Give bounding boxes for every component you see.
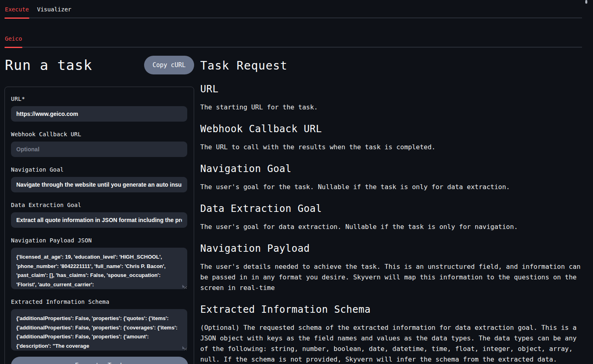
page-scrollbar-thumb[interactable]	[585, 0, 587, 4]
extracted-schema-label: Extracted Information Schema	[11, 298, 188, 305]
main-tab-bar: Execute Visualizer	[4, 0, 582, 18]
navigation-payload-label: Navigation Payload JSON	[11, 237, 188, 244]
task-form-column: Run a task Copy cURL URL* Webhook Callba…	[4, 55, 194, 364]
navigation-goal-label: Navigation Goal	[11, 166, 188, 173]
main-content: Run a task Copy cURL URL* Webhook Callba…	[4, 55, 593, 364]
data-extraction-goal-field-group: Data Extraction Goal	[11, 201, 188, 228]
copy-curl-button[interactable]: Copy cURL	[144, 56, 194, 74]
navigation-goal-field-group: Navigation Goal	[11, 166, 188, 192]
doc-heading: Webhook Callback URL	[200, 123, 581, 135]
doc-body: The user's details needed to achieve the…	[200, 262, 581, 293]
task-request-docs: Task Request URL The starting URL for th…	[200, 55, 581, 364]
doc-heading: URL	[200, 83, 581, 95]
webhook-field-group: Webhook Callback URL	[11, 131, 188, 157]
execute-task-button[interactable]: Execute Task	[11, 357, 188, 364]
webhook-input[interactable]	[11, 142, 187, 157]
doc-heading: Extracted Information Schema	[200, 304, 581, 316]
tab-geico[interactable]: Geico	[4, 35, 22, 47]
doc-section-webhook: Webhook Callback URL The URL to call wit…	[200, 123, 581, 153]
tab-visualizer[interactable]: Visualizer	[37, 6, 72, 17]
docs-title: Task Request	[200, 59, 581, 73]
doc-body: The starting URL for the task.	[200, 102, 581, 113]
task-form-panel: URL* Webhook Callback URL Navigation Goa…	[4, 87, 194, 364]
webhook-label: Webhook Callback URL	[11, 131, 188, 138]
navigation-payload-textarea[interactable]: {'licensed_at_age': 19, 'education_level…	[11, 248, 187, 289]
data-extraction-goal-input[interactable]	[11, 212, 187, 228]
navigation-payload-field-group: Navigation Payload JSON {'licensed_at_ag…	[11, 237, 188, 289]
tab-execute[interactable]: Execute	[4, 6, 29, 17]
form-header: Run a task Copy cURL	[4, 55, 194, 74]
doc-heading: Navigation Payload	[200, 243, 581, 255]
doc-section-navigation-payload: Navigation Payload The user's details ne…	[200, 243, 581, 293]
data-extraction-goal-label: Data Extraction Goal	[11, 201, 188, 209]
app-page: Execute Visualizer Geico Run a task Copy…	[0, 0, 593, 364]
doc-heading: Navigation Goal	[200, 163, 581, 175]
doc-body: The user's goal for data extraction. Nul…	[200, 222, 581, 232]
url-input[interactable]	[11, 106, 187, 122]
doc-section-extracted-schema: Extracted Information Schema (Optional) …	[200, 304, 581, 364]
doc-section-url: URL The starting URL for the task.	[200, 83, 581, 113]
doc-heading: Data Extraction Goal	[200, 203, 581, 215]
url-label: URL*	[11, 95, 188, 102]
extracted-schema-textarea[interactable]: {'additionalProperties': False, 'propert…	[11, 309, 187, 351]
extracted-schema-field-group: Extracted Information Schema {'additiona…	[11, 298, 188, 351]
doc-body: The user's goal for the task. Nullable i…	[200, 182, 581, 192]
doc-section-data-extraction-goal: Data Extraction Goal The user's goal for…	[200, 203, 581, 232]
url-field-group: URL*	[11, 95, 188, 122]
doc-section-navigation-goal: Navigation Goal The user's goal for the …	[200, 163, 581, 192]
doc-body: The URL to call with the results when th…	[200, 142, 581, 153]
doc-body: (Optional) The requested schema of the e…	[200, 323, 581, 364]
sub-tab-bar: Geico	[4, 29, 582, 48]
page-title: Run a task	[5, 56, 92, 74]
navigation-goal-input[interactable]	[11, 177, 187, 192]
